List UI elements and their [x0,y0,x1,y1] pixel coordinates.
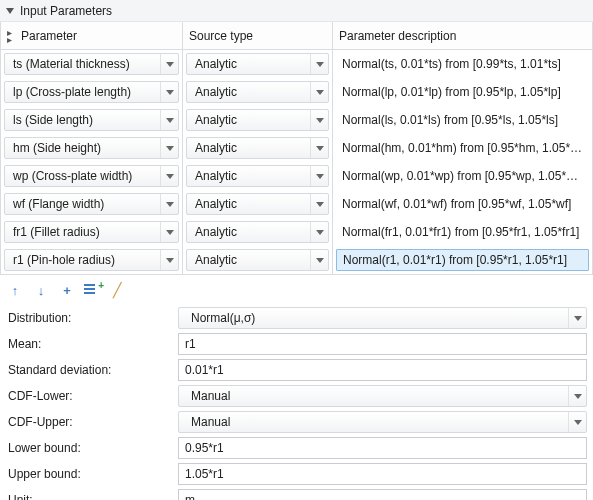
source-dropdown[interactable]: Analytic [186,165,329,187]
cell-source: Analytic [183,50,333,78]
cell-parameter: r1 (Pin-hole radius) [1,246,183,274]
field-cdfupper: CDF-Upper: Manual [6,409,587,435]
field-stddev: Standard deviation: 0.01*r1 [6,357,587,383]
parameter-value: ls (Side length) [13,113,160,127]
label-mean: Mean: [6,337,174,351]
cell-source: Analytic [183,190,333,218]
source-value: Analytic [195,141,310,155]
cell-description[interactable]: Normal(wf, 0.01*wf) from [0.95*wf, 1.05*… [333,190,592,218]
parameter-dropdown[interactable]: ls (Side length) [4,109,179,131]
description-text: Normal(wp, 0.01*wp) from [0.95*wp, 1.05*… [336,169,589,183]
source-dropdown[interactable]: Analytic [186,109,329,131]
parameter-dropdown[interactable]: hm (Side height) [4,137,179,159]
cell-description[interactable]: Normal(ts, 0.01*ts) from [0.99*ts, 1.01*… [333,50,592,78]
cell-description[interactable]: Normal(hm, 0.01*hm) from [0.95*hm, 1.05*… [333,134,592,162]
cell-description[interactable]: Normal(wp, 0.01*wp) from [0.95*wp, 1.05*… [333,162,592,190]
source-dropdown[interactable]: Analytic [186,137,329,159]
table-row[interactable]: hm (Side height)AnalyticNormal(hm, 0.01*… [1,134,592,162]
chevron-down-icon [160,138,178,158]
parameter-dropdown[interactable]: wf (Flange width) [4,193,179,215]
move-down-button[interactable] [32,281,50,299]
cell-parameter: wp (Cross-plate width) [1,162,183,190]
table-row[interactable]: wf (Flange width)AnalyticNormal(wf, 0.01… [1,190,592,218]
parameter-dropdown[interactable]: r1 (Pin-hole radius) [4,249,179,271]
chevron-down-icon [160,166,178,186]
mean-value: r1 [185,337,196,351]
source-value: Analytic [195,197,310,211]
parameter-value: fr1 (Fillet radius) [13,225,160,239]
cell-source: Analytic [183,218,333,246]
lowerbound-input[interactable]: 0.95*r1 [178,437,587,459]
parameter-dropdown[interactable]: fr1 (Fillet radius) [4,221,179,243]
add-row-button[interactable] [58,281,76,299]
label-distribution: Distribution: [6,311,174,325]
clear-button[interactable] [108,281,126,299]
description-text: Normal(hm, 0.01*hm) from [0.95*hm, 1.05*… [336,141,589,155]
cdfupper-value: Manual [187,415,568,429]
table-row[interactable]: fr1 (Fillet radius)AnalyticNormal(fr1, 0… [1,218,592,246]
col-header-description[interactable]: Parameter description [333,22,592,50]
cell-description[interactable]: Normal(lp, 0.01*lp) from [0.95*lp, 1.05*… [333,78,592,106]
collapse-icon [6,8,14,14]
cell-description[interactable]: Normal(fr1, 0.01*fr1) from [0.95*fr1, 1.… [333,218,592,246]
section-title: Input Parameters [20,4,112,18]
parameter-value: ts (Material thickness) [13,57,160,71]
source-dropdown[interactable]: Analytic [186,221,329,243]
source-dropdown[interactable]: Analytic [186,81,329,103]
source-dropdown[interactable]: Analytic [186,249,329,271]
chevron-down-icon [310,194,328,214]
stddev-input[interactable]: 0.01*r1 [178,359,587,381]
expand-columns-icon[interactable] [7,29,21,43]
parameter-dropdown[interactable]: lp (Cross-plate length) [4,81,179,103]
parameter-value: hm (Side height) [13,141,160,155]
source-dropdown[interactable]: Analytic [186,193,329,215]
parameter-value: wp (Cross-plate width) [13,169,160,183]
add-from-list-button[interactable] [84,283,100,297]
mean-input[interactable]: r1 [178,333,587,355]
chevron-down-icon [310,250,328,270]
source-value: Analytic [195,169,310,183]
upperbound-value: 1.05*r1 [185,467,224,481]
chevron-down-icon [160,54,178,74]
label-stddev: Standard deviation: [6,363,174,377]
chevron-down-icon [568,308,586,328]
cell-source: Analytic [183,106,333,134]
table-row[interactable]: ts (Material thickness)AnalyticNormal(ts… [1,50,592,78]
table-row[interactable]: lp (Cross-plate length)AnalyticNormal(lp… [1,78,592,106]
col-header-parameter-label: Parameter [21,29,77,43]
label-cdflower: CDF-Lower: [6,389,174,403]
table-row[interactable]: r1 (Pin-hole radius)AnalyticNormal(r1, 0… [1,246,592,274]
cdfupper-dropdown[interactable]: Manual [178,411,587,433]
cell-parameter: hm (Side height) [1,134,183,162]
description-text: Normal(wf, 0.01*wf) from [0.95*wf, 1.05*… [336,197,589,211]
section-header[interactable]: Input Parameters [0,0,593,22]
parameter-dropdown[interactable]: ts (Material thickness) [4,53,179,75]
col-header-source-label: Source type [189,29,253,43]
table-row[interactable]: wp (Cross-plate width)AnalyticNormal(wp,… [1,162,592,190]
parameter-dropdown[interactable]: wp (Cross-plate width) [4,165,179,187]
source-dropdown[interactable]: Analytic [186,53,329,75]
chevron-down-icon [160,194,178,214]
table-row[interactable]: ls (Side length)AnalyticNormal(ls, 0.01*… [1,106,592,134]
cell-description[interactable]: Normal(ls, 0.01*ls) from [0.95*ls, 1.05*… [333,106,592,134]
cell-parameter: ts (Material thickness) [1,50,183,78]
chevron-down-icon [160,222,178,242]
cdflower-dropdown[interactable]: Manual [178,385,587,407]
cdflower-value: Manual [187,389,568,403]
field-upperbound: Upper bound: 1.05*r1 [6,461,587,487]
upperbound-input[interactable]: 1.05*r1 [178,463,587,485]
unit-input[interactable]: m [178,489,587,500]
cell-description[interactable]: Normal(r1, 0.01*r1) from [0.95*r1, 1.05*… [333,246,592,274]
chevron-down-icon [310,166,328,186]
distribution-dropdown[interactable]: Normal(μ,σ) [178,307,587,329]
chevron-down-icon [310,222,328,242]
cell-source: Analytic [183,246,333,274]
label-unit: Unit: [6,493,174,500]
col-header-parameter[interactable]: Parameter [1,22,183,50]
move-up-button[interactable] [6,281,24,299]
source-value: Analytic [195,253,310,267]
field-mean: Mean: r1 [6,331,587,357]
col-header-source[interactable]: Source type [183,22,333,50]
parameter-value: lp (Cross-plate length) [13,85,160,99]
parameter-value: wf (Flange width) [13,197,160,211]
